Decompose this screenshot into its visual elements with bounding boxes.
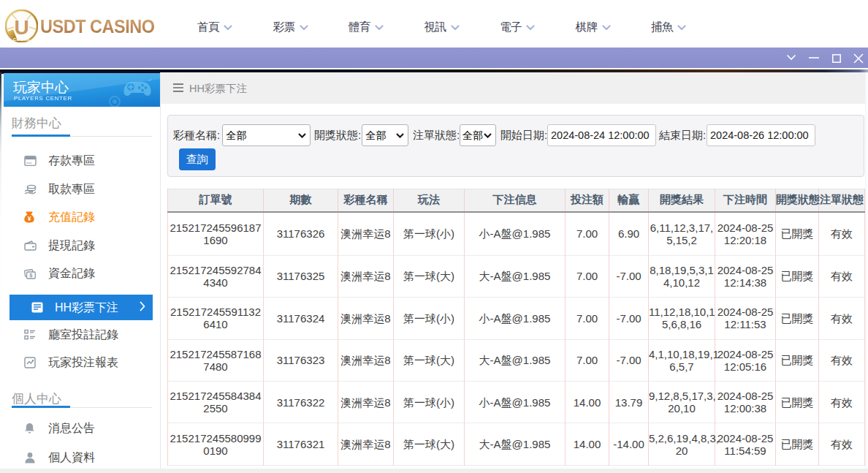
svg-text:U: U [14, 16, 28, 39]
svg-text:¥: ¥ [28, 215, 31, 222]
svg-text:Casino: Casino [13, 37, 30, 42]
